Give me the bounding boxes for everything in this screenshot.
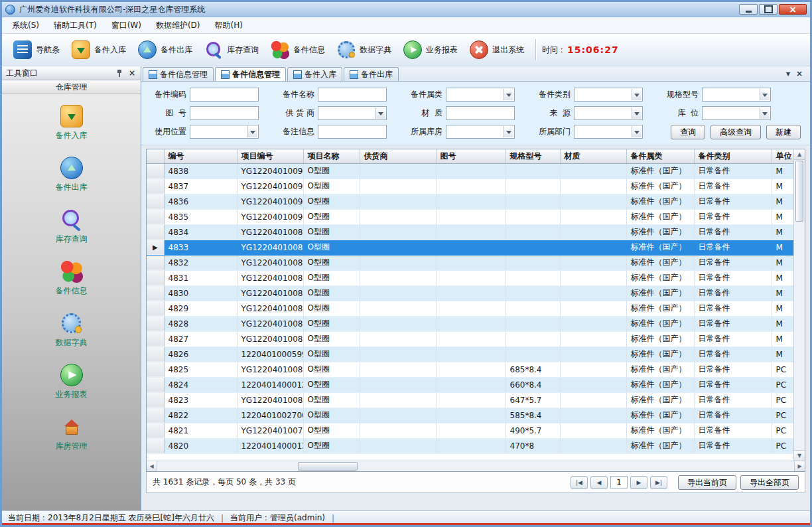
table-row[interactable]: 4821YG12204010079O型圈490*5.7标准件（国产）日常备件PC <box>147 423 793 438</box>
vertical-scrollbar[interactable] <box>793 149 805 461</box>
export-all-pages-button[interactable]: 导出全部页 <box>740 475 799 490</box>
last-page-button[interactable]: ▶| <box>650 476 667 489</box>
tab-parts-info-mgmt-1[interactable]: 备件信息管理 <box>143 67 214 81</box>
spec-model-select[interactable] <box>702 88 771 102</box>
tab-parts-info-mgmt-2[interactable]: 备件信息管理 <box>215 67 286 81</box>
part-type-select[interactable] <box>574 88 643 102</box>
table-row[interactable]: 4831YG12204010086O型圈标准件（国产）日常备件M <box>147 270 793 285</box>
table-row[interactable]: 48201220401400013O型圈470*8标准件（国产）日常备件PC <box>147 438 793 453</box>
column-header[interactable]: 备件属类 <box>626 149 694 163</box>
sidebar-item-inventory-query[interactable]: 库存查询 <box>2 208 141 245</box>
sidebar-item-label: 备件入库 <box>56 130 88 141</box>
table-row[interactable]: 4829YG12204010084O型圈标准件（国产）日常备件M <box>147 301 793 316</box>
department-select[interactable] <box>574 125 643 139</box>
scroll-up-icon[interactable] <box>794 149 805 160</box>
sidebar-item-parts-info[interactable]: 备件信息 <box>2 260 141 297</box>
first-page-button[interactable]: |◀ <box>571 476 588 489</box>
pin-icon[interactable] <box>115 69 123 78</box>
sidebar-item-report[interactable]: 业务报表 <box>2 364 141 400</box>
drawing-no-input[interactable] <box>190 106 259 120</box>
toolbar-item-parts-info[interactable]: 备件信息 <box>265 38 331 62</box>
sidebar-close-icon[interactable] <box>127 68 137 78</box>
scroll-right-icon[interactable] <box>794 461 805 471</box>
horizontal-scroll-thumb[interactable] <box>298 462 358 471</box>
horizontal-scrollbar[interactable] <box>147 461 805 471</box>
vertical-scroll-track[interactable] <box>794 222 805 450</box>
table-row[interactable]: 4838YG12204010093O型圈标准件（国产）日常备件M <box>147 163 793 179</box>
sidebar-item-home[interactable]: 库房管理 <box>2 415 141 452</box>
menu-item[interactable]: 系统(S) <box>5 17 46 33</box>
toolbar-item-stock-in[interactable]: 备件入库 <box>66 38 132 62</box>
location-select[interactable] <box>702 106 771 120</box>
column-header[interactable]: 备件类别 <box>694 149 772 163</box>
sidebar-item-stock-in[interactable]: 备件入库 <box>2 105 141 141</box>
table-row[interactable]: 48241220401400012O型圈660*8.4标准件（国产）日常备件PC <box>147 377 793 392</box>
column-header[interactable]: 材质 <box>560 149 626 163</box>
table-row[interactable]: 4832YG12204010087O型圈标准件（国产）日常备件M <box>147 255 793 270</box>
column-header[interactable]: 供货商 <box>360 149 436 163</box>
table-row[interactable]: 4837YG12204010092O型圈标准件（国产）日常备件M <box>147 179 793 194</box>
menu-item[interactable]: 辅助工具(T) <box>46 17 104 33</box>
column-header[interactable]: 项目编号 <box>237 149 303 163</box>
maximize-button[interactable] <box>759 4 778 15</box>
column-header[interactable]: 规格型号 <box>506 149 560 163</box>
next-page-button[interactable]: ▶ <box>630 476 647 489</box>
table-row[interactable]: 4836YG12204010091O型圈标准件（国产）日常备件M <box>147 194 793 209</box>
export-current-page-button[interactable]: 导出当前页 <box>678 475 736 490</box>
new-button[interactable]: 新建 <box>766 125 801 139</box>
cell: O型圈 <box>303 392 360 408</box>
table-row[interactable]: 4825YG12204010081O型圈685*8.4标准件（国产）日常备件PC <box>147 362 793 377</box>
column-header[interactable]: 单位 <box>772 149 793 163</box>
sidebar-item-stock-out[interactable]: 备件出库 <box>2 157 141 193</box>
menu-item[interactable]: 帮助(H) <box>208 17 250 33</box>
prev-page-button[interactable]: ◀ <box>590 476 608 489</box>
warehouse-select[interactable] <box>446 125 515 139</box>
table-row[interactable]: 48221220401002700O型圈585*8.4标准件（国产）日常备件PC <box>147 408 793 423</box>
cell <box>436 408 506 423</box>
scroll-left-icon[interactable] <box>147 461 157 471</box>
table-row[interactable]: 4828YG12204010083O型圈标准件（国产）日常备件M <box>147 316 793 331</box>
toolbar-item-navigation[interactable]: 导航条 <box>7 38 66 62</box>
cell: 660*8.4 <box>506 377 560 392</box>
column-header[interactable]: 项目名称 <box>303 149 360 163</box>
material-input[interactable] <box>446 106 515 120</box>
column-header[interactable]: 编号 <box>164 149 237 163</box>
tab-stock-in[interactable]: 备件入库 <box>287 67 342 81</box>
menu-item[interactable]: 数据维护(D) <box>149 17 208 33</box>
toolbar-item-exit[interactable]: 退出系统 <box>464 38 530 62</box>
tab-stock-out[interactable]: 备件出库 <box>344 67 399 81</box>
supplier-select[interactable] <box>318 106 387 120</box>
table-row[interactable]: 48261220401000599O型圈标准件（国产）日常备件M <box>147 346 793 362</box>
part-category-select[interactable] <box>446 88 515 102</box>
query-button[interactable]: 查询 <box>671 125 705 139</box>
usage-position-select[interactable] <box>190 125 259 139</box>
table-row[interactable]: 4830YG12204010085O型圈标准件（国产）日常备件M <box>147 285 793 301</box>
advanced-query-button[interactable]: 高级查询 <box>710 125 761 139</box>
column-header[interactable]: 图号 <box>436 149 506 163</box>
toolbar-item-inventory-query[interactable]: 库存查询 <box>198 38 265 62</box>
table-row[interactable]: 4823YG12204010080O型圈647*5.7标准件（国产）日常备件PC <box>147 392 793 408</box>
table-row[interactable]: 4834YG12204010089O型圈标准件（国产）日常备件M <box>147 224 793 240</box>
toolbar-items: 导航条备件入库备件出库库存查询备件信息数据字典业务报表退出系统 <box>7 38 530 62</box>
table-row[interactable]: 4835YG12204010090O型圈标准件（国产）日常备件M <box>147 209 793 224</box>
minimize-button[interactable] <box>739 4 758 15</box>
toolbar-item-data-dict[interactable]: 数据字典 <box>331 38 397 62</box>
sidebar-item-data-dict[interactable]: 数据字典 <box>2 312 141 348</box>
tab-list-dropdown-icon[interactable] <box>786 70 790 78</box>
toolbar-item-stock-out[interactable]: 备件出库 <box>132 38 198 62</box>
table-row[interactable]: 4827YG12204010082O型圈标准件（国产）日常备件M <box>147 331 793 346</box>
menu-item[interactable]: 窗口(W) <box>104 17 149 33</box>
table-row[interactable]: ▶4833YG12204010088O型圈标准件（国产）日常备件M <box>147 240 793 255</box>
cell <box>360 179 436 194</box>
remark-input[interactable] <box>318 125 387 139</box>
toolbar-item-report[interactable]: 业务报表 <box>397 38 464 62</box>
current-page-input[interactable] <box>610 476 628 489</box>
tab-close-icon[interactable] <box>796 70 803 78</box>
cell: 4833 <box>164 240 237 255</box>
part-code-input[interactable] <box>190 88 259 102</box>
scroll-down-icon[interactable] <box>794 450 805 461</box>
part-name-input[interactable] <box>318 88 387 102</box>
source-select[interactable] <box>574 106 643 120</box>
close-button[interactable] <box>779 4 807 15</box>
vertical-scroll-thumb[interactable] <box>795 161 803 222</box>
